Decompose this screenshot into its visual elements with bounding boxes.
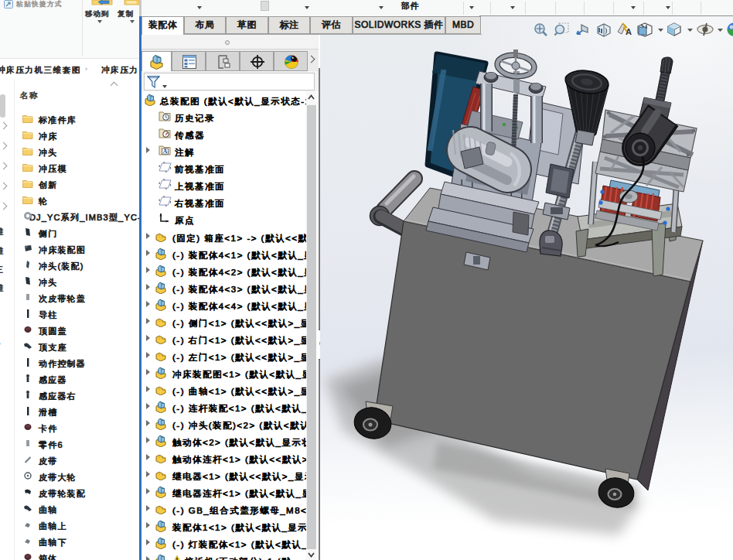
svg-text:A: A — [163, 148, 168, 155]
svg-text:A: A — [626, 27, 632, 36]
